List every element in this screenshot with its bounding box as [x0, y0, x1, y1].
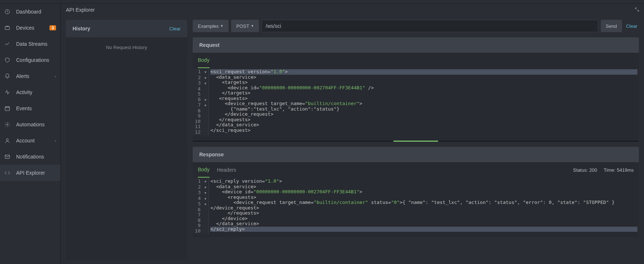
response-code: <sci_reply version="1.0"> <data_service>… [209, 178, 639, 234]
calendar-icon [4, 105, 10, 111]
response-block: Response Body Headers Status: 200 Time: … [193, 147, 639, 237]
svg-rect-1 [5, 27, 10, 30]
sidebar-item-label: Events [16, 105, 56, 111]
sidebar-item-label: Account [16, 138, 55, 144]
right-panel: Examples▼ POST▼ Send Clear Request Body … [193, 20, 639, 260]
sidebar-item-automations[interactable]: Automations [0, 116, 60, 133]
response-meta: Status: 200 Time: 5419ms [573, 167, 634, 173]
response-editor[interactable]: 1 ▼2 ▼3 ▼4 ▼5 ▼6 7 8 9 10 <sci_reply ver… [193, 178, 639, 234]
sidebar-item-label: Configurations [16, 57, 56, 63]
sidebar-item-dashboard[interactable]: Dashboard [0, 4, 60, 20]
progress-bar [193, 141, 639, 142]
history-panel: History Clear No Request History [66, 20, 187, 260]
sidebar-item-api-explorer[interactable]: API Explorer [0, 165, 60, 181]
sidebar-item-label: Data Streams [16, 41, 56, 47]
activity-icon [4, 89, 10, 95]
response-tabs: Body Headers Status: 200 Time: 5419ms [193, 162, 639, 178]
history-title: History [73, 26, 90, 31]
tab-body[interactable]: Body [198, 162, 210, 178]
response-header: Response [193, 147, 639, 162]
request-tabs: Body [193, 53, 639, 68]
tab-headers[interactable]: Headers [217, 163, 236, 177]
sidebar: Dashboard Devices 3 Data Streams Configu… [0, 3, 61, 264]
page-title: API Explorer [66, 7, 95, 13]
svg-rect-2 [5, 107, 10, 111]
clear-button[interactable]: Clear [625, 20, 639, 32]
request-gutter: 1 ▼2 ▼3 ▼4 5 6 ▼7 ▼8 9 10 11 12 [193, 68, 209, 135]
request-editor[interactable]: 1 ▼2 ▼3 ▼4 5 6 ▼7 ▼8 9 10 11 12 <sci_req… [193, 68, 639, 135]
method-dropdown[interactable]: POST▼ [231, 20, 259, 32]
dashboard-icon [4, 9, 10, 15]
sidebar-item-label: Notifications [16, 154, 56, 160]
history-empty-message: No Request History [66, 37, 187, 57]
time-text: Time: 5419ms [604, 167, 634, 173]
code-icon [4, 170, 10, 176]
chart-icon [4, 41, 10, 47]
svg-rect-5 [5, 155, 10, 158]
svg-point-3 [7, 124, 8, 125]
sidebar-item-data-streams[interactable]: Data Streams [0, 36, 60, 52]
sidebar-item-label: API Explorer [16, 170, 56, 176]
request-header: Request [193, 37, 639, 53]
sidebar-item-label: Alerts [16, 73, 55, 79]
sidebar-item-devices[interactable]: Devices 3 [0, 20, 60, 36]
request-toolbar: Examples▼ POST▼ Send Clear [193, 20, 639, 32]
caret-down-icon: ▼ [251, 24, 254, 28]
mail-icon [4, 154, 10, 160]
status-text: Status: 200 [573, 167, 597, 173]
gear-icon [4, 122, 10, 127]
sidebar-item-notifications[interactable]: Notifications [0, 149, 60, 165]
examples-dropdown[interactable]: Examples▼ [193, 20, 229, 32]
sidebar-item-label: Automations [16, 122, 56, 127]
sidebar-item-configurations[interactable]: Configurations [0, 52, 60, 68]
chevron-left-icon: ‹ [55, 74, 56, 78]
sidebar-item-activity[interactable]: Activity [0, 84, 60, 100]
shield-icon [4, 57, 10, 63]
sidebar-item-label: Activity [16, 89, 56, 95]
sidebar-item-label: Dashboard [16, 9, 56, 15]
tab-body[interactable]: Body [198, 53, 210, 68]
response-gutter: 1 ▼2 ▼3 ▼4 ▼5 ▼6 7 8 9 10 [193, 178, 209, 234]
svg-point-4 [6, 139, 8, 141]
history-clear-button[interactable]: Clear [169, 26, 181, 31]
chevron-left-icon: ‹ [55, 138, 56, 143]
expand-icon[interactable] [634, 7, 640, 13]
sidebar-item-label: Devices [16, 25, 49, 31]
devices-icon [4, 25, 10, 31]
devices-badge: 3 [49, 25, 56, 30]
user-icon [4, 138, 10, 144]
request-code[interactable]: <sci_request version="1.0"> <data_servic… [209, 68, 639, 135]
history-header: History Clear [66, 20, 187, 37]
send-button[interactable]: Send [601, 20, 622, 32]
sidebar-item-account[interactable]: Account ‹ [0, 133, 60, 149]
url-input[interactable] [262, 20, 598, 32]
topbar: API Explorer [61, 4, 644, 16]
bell-icon [4, 73, 10, 79]
main: API Explorer History Clear No Request Hi… [61, 3, 644, 264]
request-block: Request Body 1 ▼2 ▼3 ▼4 5 6 ▼7 ▼8 9 10 1… [193, 37, 639, 142]
sidebar-item-events[interactable]: Events [0, 100, 60, 116]
sidebar-item-alerts[interactable]: Alerts ‹ [0, 68, 60, 84]
caret-down-icon: ▼ [220, 24, 223, 28]
